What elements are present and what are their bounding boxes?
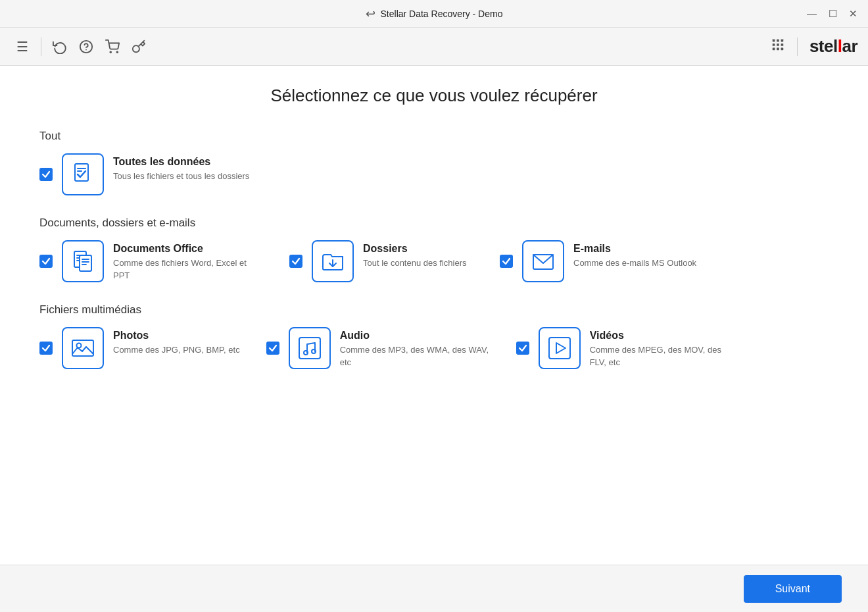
item-emails: E-mails Comme des e-mails MS Outlook <box>500 240 696 282</box>
desc-emails: Comme des e-mails MS Outlook <box>573 257 696 270</box>
section-tout-title: Tout <box>39 130 829 143</box>
svg-rect-28 <box>299 338 320 359</box>
desc-videos: Comme des MPEG, des MOV, des FLV, etc <box>590 344 740 369</box>
item-videos: Vidéos Comme des MPEG, des MOV, des FLV,… <box>516 327 740 369</box>
desc-photos: Comme des JPG, PNG, BMP, etc <box>113 344 240 357</box>
info-all-data: Toutes les données Tous les fichiers et … <box>113 153 249 183</box>
svg-rect-20 <box>80 255 91 271</box>
key-icon[interactable] <box>127 35 151 59</box>
name-emails: E-mails <box>573 243 696 255</box>
maximize-button[interactable]: ☐ <box>829 9 837 18</box>
title-bar: ↩ Stellar Data Recovery - Demo — ☐ ✕ <box>0 0 868 28</box>
item-office-docs: Documents Office Comme des fichiers Word… <box>39 240 263 282</box>
icon-box-office-docs <box>62 240 104 282</box>
checkbox-photos[interactable] <box>39 342 53 355</box>
toolbar-divider-1 <box>41 38 41 56</box>
info-videos: Vidéos Comme des MPEG, des MOV, des FLV,… <box>590 327 740 369</box>
toolbar: ☰ <box>0 28 868 66</box>
item-folders: Dossiers Tout le contenu des fichiers <box>289 240 473 282</box>
cart-icon[interactable] <box>101 35 124 59</box>
svg-rect-7 <box>773 43 775 46</box>
svg-rect-13 <box>75 164 88 181</box>
restore-icon[interactable] <box>48 35 72 59</box>
svg-point-30 <box>312 349 316 353</box>
info-folders: Dossiers Tout le contenu des fichiers <box>363 240 473 270</box>
item-photos: Photos Comme des JPG, PNG, BMP, etc <box>39 327 240 369</box>
footer: Suivant <box>0 565 868 612</box>
checkbox-audio[interactable] <box>266 342 279 355</box>
name-audio: Audio <box>340 330 490 342</box>
checkbox-emails[interactable] <box>500 255 513 268</box>
info-office-docs: Documents Office Comme des fichiers Word… <box>113 240 263 282</box>
svg-rect-11 <box>777 48 779 51</box>
info-audio: Audio Comme des MP3, des WMA, des WAV, e… <box>340 327 490 369</box>
menu-icon[interactable]: ☰ <box>11 35 34 59</box>
desc-folders: Tout le contenu des fichiers <box>363 257 473 270</box>
minimize-button[interactable]: — <box>807 9 817 18</box>
tout-items-row: Toutes les données Tous les fichiers et … <box>39 153 829 195</box>
item-audio: Audio Comme des MP3, des WMA, des WAV, e… <box>266 327 490 369</box>
page-heading: Sélectionnez ce que vous voulez récupére… <box>39 86 829 106</box>
title-bar-title: ↩ Stellar Data Recovery - Demo <box>366 7 503 21</box>
name-videos: Vidéos <box>590 330 740 342</box>
name-office-docs: Documents Office <box>113 243 263 255</box>
svg-rect-12 <box>781 48 783 51</box>
brand-logo: stellar <box>809 36 857 57</box>
section-documents-title: Documents, dossiers et e-mails <box>39 217 829 230</box>
documents-items-row: Documents Office Comme des fichiers Word… <box>39 240 829 282</box>
icon-box-videos <box>539 327 581 369</box>
name-all-data: Toutes les données <box>113 156 249 168</box>
desc-audio: Comme des MP3, des WMA, des WAV, etc <box>340 344 490 369</box>
checkbox-folders[interactable] <box>289 255 302 268</box>
checkbox-office-docs[interactable] <box>39 255 53 268</box>
close-button[interactable]: ✕ <box>849 9 857 18</box>
svg-rect-8 <box>777 43 779 46</box>
svg-point-2 <box>110 51 111 53</box>
icon-box-emails <box>522 240 564 282</box>
next-button[interactable]: Suivant <box>744 575 842 603</box>
item-all-data: Toutes les données Tous les fichiers et … <box>39 153 249 195</box>
svg-rect-4 <box>773 39 775 42</box>
help-icon[interactable] <box>74 35 98 59</box>
svg-rect-6 <box>781 39 783 42</box>
app-title: Stellar Data Recovery - Demo <box>381 9 503 19</box>
desc-office-docs: Comme des fichiers Word, Excel et PPT <box>113 257 263 282</box>
section-documents: Documents, dossiers et e-mails <box>39 217 829 282</box>
svg-rect-26 <box>72 340 93 356</box>
svg-rect-5 <box>777 39 779 42</box>
back-arrow-icon: ↩ <box>366 7 375 21</box>
toolbar-right: stellar <box>771 36 857 57</box>
section-tout: Tout <box>39 130 829 195</box>
toolbar-divider-2 <box>797 38 798 56</box>
icon-box-photos <box>62 327 104 369</box>
section-multimedia-title: Fichiers multimédias <box>39 303 829 317</box>
svg-rect-31 <box>549 338 570 359</box>
svg-rect-10 <box>773 48 775 51</box>
title-bar-controls: — ☐ ✕ <box>807 9 857 18</box>
checkbox-all-data[interactable] <box>39 168 53 181</box>
svg-rect-9 <box>781 43 783 46</box>
checkbox-videos[interactable] <box>516 342 529 355</box>
multimedia-items-row: Photos Comme des JPG, PNG, BMP, etc <box>39 327 829 369</box>
info-emails: E-mails Comme des e-mails MS Outlook <box>573 240 696 270</box>
name-folders: Dossiers <box>363 243 473 255</box>
icon-box-audio <box>289 327 331 369</box>
svg-point-3 <box>116 51 118 53</box>
apps-grid-icon[interactable] <box>771 38 785 55</box>
section-multimedia: Fichiers multimédias Photos <box>39 303 829 369</box>
icon-box-all-data <box>62 153 104 195</box>
main-content: Sélectionnez ce que vous voulez récupére… <box>0 66 868 565</box>
info-photos: Photos Comme des JPG, PNG, BMP, etc <box>113 327 240 357</box>
svg-point-29 <box>304 351 308 355</box>
icon-box-folders <box>312 240 354 282</box>
name-photos: Photos <box>113 330 240 342</box>
desc-all-data: Tous les fichiers et tous les dossiers <box>113 170 249 183</box>
svg-marker-32 <box>556 343 566 353</box>
